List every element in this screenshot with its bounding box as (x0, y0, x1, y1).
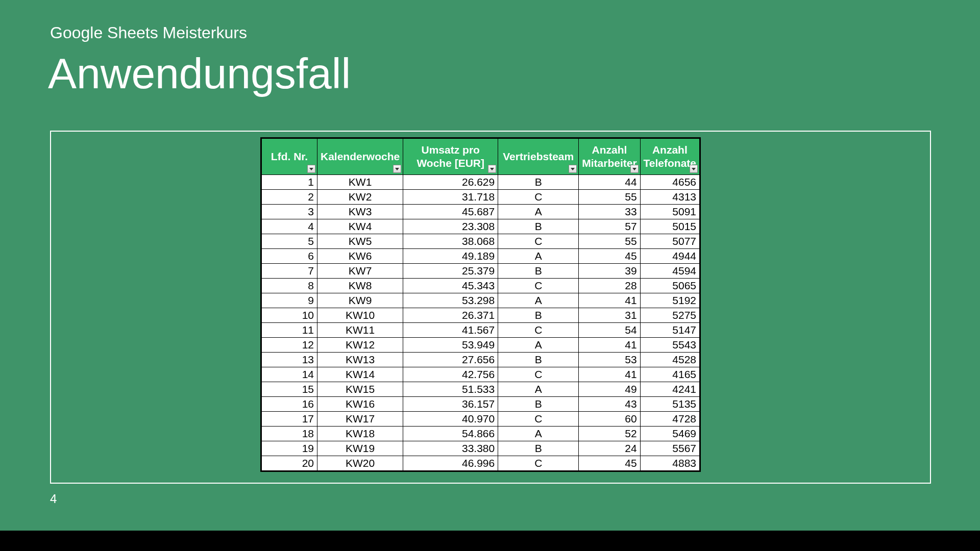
cell-team[interactable]: B (498, 353, 579, 367)
cell-team[interactable]: C (498, 279, 579, 293)
filter-dropdown-icon[interactable] (488, 165, 496, 173)
cell-kw[interactable]: KW15 (317, 382, 403, 397)
cell-kw[interactable]: KW20 (317, 456, 403, 471)
cell-tel[interactable]: 5015 (640, 219, 700, 234)
cell-ma[interactable]: 41 (579, 293, 640, 308)
cell-ma[interactable]: 55 (579, 234, 640, 249)
cell-tel[interactable]: 5469 (640, 427, 700, 441)
cell-umsatz[interactable]: 46.996 (403, 456, 498, 471)
cell-team[interactable]: C (498, 190, 579, 205)
cell-ma[interactable]: 24 (579, 441, 640, 456)
cell-umsatz[interactable]: 49.189 (403, 249, 498, 264)
cell-kw[interactable]: KW1 (317, 175, 403, 190)
cell-umsatz[interactable]: 42.756 (403, 367, 498, 382)
cell-umsatz[interactable]: 23.308 (403, 219, 498, 234)
cell-tel[interactable]: 5192 (640, 293, 700, 308)
cell-ma[interactable]: 44 (579, 175, 640, 190)
cell-ma[interactable]: 57 (579, 219, 640, 234)
cell-ma[interactable]: 39 (579, 264, 640, 279)
cell-umsatz[interactable]: 53.949 (403, 338, 498, 353)
cell-umsatz[interactable]: 26.629 (403, 175, 498, 190)
cell-team[interactable]: A (498, 205, 579, 219)
cell-nr[interactable]: 4 (261, 219, 317, 234)
cell-kw[interactable]: KW9 (317, 293, 403, 308)
cell-team[interactable]: C (498, 234, 579, 249)
cell-ma[interactable]: 45 (579, 456, 640, 471)
cell-kw[interactable]: KW16 (317, 397, 403, 412)
cell-team[interactable]: B (498, 397, 579, 412)
cell-nr[interactable]: 20 (261, 456, 317, 471)
cell-umsatz[interactable]: 45.687 (403, 205, 498, 219)
cell-nr[interactable]: 6 (261, 249, 317, 264)
cell-team[interactable]: A (498, 427, 579, 441)
cell-tel[interactable]: 5135 (640, 397, 700, 412)
header-vertriebsteam[interactable]: Vertriebsteam (498, 138, 579, 175)
cell-team[interactable]: C (498, 323, 579, 338)
cell-team[interactable]: A (498, 382, 579, 397)
cell-ma[interactable]: 41 (579, 367, 640, 382)
cell-ma[interactable]: 41 (579, 338, 640, 353)
filter-dropdown-icon[interactable] (690, 165, 698, 173)
cell-tel[interactable]: 5077 (640, 234, 700, 249)
cell-team[interactable]: A (498, 338, 579, 353)
cell-tel[interactable]: 5147 (640, 323, 700, 338)
header-lfd-nr[interactable]: Lfd. Nr. (261, 138, 317, 175)
cell-umsatz[interactable]: 26.371 (403, 308, 498, 323)
cell-tel[interactable]: 5275 (640, 308, 700, 323)
cell-kw[interactable]: KW18 (317, 427, 403, 441)
cell-umsatz[interactable]: 33.380 (403, 441, 498, 456)
cell-umsatz[interactable]: 45.343 (403, 279, 498, 293)
cell-ma[interactable]: 60 (579, 412, 640, 427)
cell-team[interactable]: B (498, 219, 579, 234)
cell-nr[interactable]: 17 (261, 412, 317, 427)
cell-ma[interactable]: 45 (579, 249, 640, 264)
cell-umsatz[interactable]: 31.718 (403, 190, 498, 205)
cell-team[interactable]: A (498, 293, 579, 308)
cell-tel[interactable]: 5065 (640, 279, 700, 293)
cell-tel[interactable]: 5567 (640, 441, 700, 456)
cell-tel[interactable]: 4594 (640, 264, 700, 279)
cell-nr[interactable]: 9 (261, 293, 317, 308)
cell-nr[interactable]: 11 (261, 323, 317, 338)
cell-umsatz[interactable]: 25.379 (403, 264, 498, 279)
cell-nr[interactable]: 18 (261, 427, 317, 441)
cell-umsatz[interactable]: 27.656 (403, 353, 498, 367)
cell-umsatz[interactable]: 36.157 (403, 397, 498, 412)
cell-kw[interactable]: KW11 (317, 323, 403, 338)
cell-nr[interactable]: 15 (261, 382, 317, 397)
cell-nr[interactable]: 2 (261, 190, 317, 205)
header-anzahl-telefonate[interactable]: Anzahl Telefonate (640, 138, 700, 175)
cell-kw[interactable]: KW3 (317, 205, 403, 219)
cell-nr[interactable]: 3 (261, 205, 317, 219)
cell-umsatz[interactable]: 54.866 (403, 427, 498, 441)
cell-umsatz[interactable]: 38.068 (403, 234, 498, 249)
cell-team[interactable]: C (498, 456, 579, 471)
cell-tel[interactable]: 5543 (640, 338, 700, 353)
cell-nr[interactable]: 7 (261, 264, 317, 279)
cell-umsatz[interactable]: 40.970 (403, 412, 498, 427)
cell-tel[interactable]: 4944 (640, 249, 700, 264)
cell-kw[interactable]: KW8 (317, 279, 403, 293)
cell-ma[interactable]: 28 (579, 279, 640, 293)
cell-tel[interactable]: 4528 (640, 353, 700, 367)
filter-dropdown-icon[interactable] (630, 165, 639, 173)
cell-nr[interactable]: 10 (261, 308, 317, 323)
cell-kw[interactable]: KW19 (317, 441, 403, 456)
cell-kw[interactable]: KW4 (317, 219, 403, 234)
cell-kw[interactable]: KW13 (317, 353, 403, 367)
cell-team[interactable]: B (498, 264, 579, 279)
cell-tel[interactable]: 5091 (640, 205, 700, 219)
cell-team[interactable]: B (498, 175, 579, 190)
cell-nr[interactable]: 8 (261, 279, 317, 293)
cell-nr[interactable]: 5 (261, 234, 317, 249)
cell-ma[interactable]: 52 (579, 427, 640, 441)
cell-kw[interactable]: KW10 (317, 308, 403, 323)
cell-nr[interactable]: 1 (261, 175, 317, 190)
cell-team[interactable]: B (498, 308, 579, 323)
header-anzahl-mitarbeiter[interactable]: Anzahl Mitarbeiter (579, 138, 640, 175)
cell-tel[interactable]: 4656 (640, 175, 700, 190)
cell-kw[interactable]: KW5 (317, 234, 403, 249)
cell-umsatz[interactable]: 41.567 (403, 323, 498, 338)
cell-kw[interactable]: KW17 (317, 412, 403, 427)
cell-kw[interactable]: KW12 (317, 338, 403, 353)
